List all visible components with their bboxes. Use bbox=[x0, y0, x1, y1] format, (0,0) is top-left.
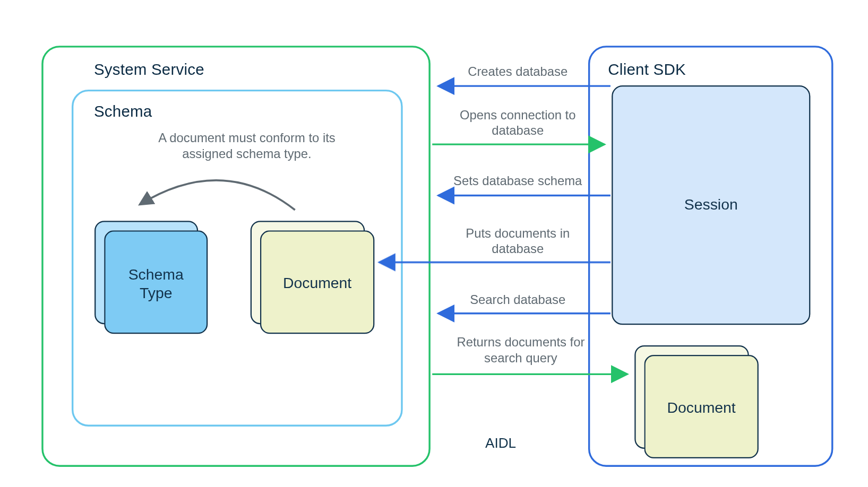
diagram-canvas: System Service Schema A document must co… bbox=[0, 0, 868, 487]
conform-note: A document must conform to its assigned … bbox=[144, 129, 349, 162]
client-sdk-title: Client SDK bbox=[608, 60, 685, 79]
opens-conn-label: Opens connection to database bbox=[449, 107, 587, 139]
search-db-arrow bbox=[431, 309, 618, 321]
aidl-label: AIDL bbox=[485, 435, 516, 451]
creates-db-label: Creates database bbox=[449, 64, 587, 80]
diagram-scaled-layer: System Service Schema A document must co… bbox=[0, 0, 867, 486]
schema-type-label: Schema Type bbox=[105, 265, 207, 303]
schema-document-label: Document bbox=[261, 274, 373, 292]
client-document-label: Document bbox=[646, 398, 758, 417]
sets-schema-arrow bbox=[431, 190, 618, 203]
returns-docs-arrow bbox=[431, 369, 641, 381]
schema-title: Schema bbox=[94, 102, 152, 121]
session-node: Session bbox=[612, 85, 810, 325]
creates-db-arrow bbox=[431, 81, 618, 93]
returns-docs-label: Returns documents for search query bbox=[449, 335, 593, 367]
system-service-title: System Service bbox=[94, 60, 204, 79]
opens-conn-arrow bbox=[431, 140, 618, 152]
conform-arrow bbox=[126, 166, 313, 225]
puts-docs-label: Puts documents in database bbox=[449, 225, 587, 257]
sets-schema-label: Sets database schema bbox=[449, 173, 587, 189]
puts-docs-arrow bbox=[372, 257, 618, 269]
session-label: Session bbox=[613, 195, 809, 213]
search-db-label: Search database bbox=[449, 292, 587, 308]
